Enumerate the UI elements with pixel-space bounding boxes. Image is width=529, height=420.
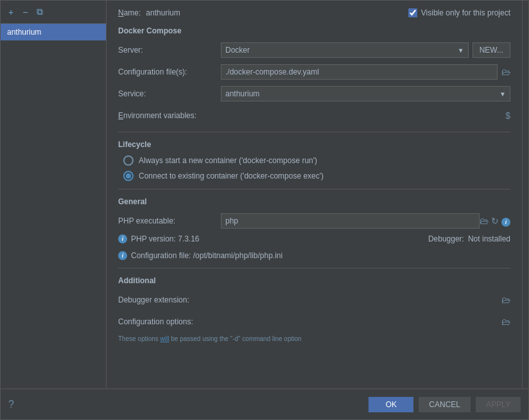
debugger-value: Not installed — [468, 234, 510, 243]
php-exe-actions: 🗁 ↻ i — [480, 216, 510, 227]
server-label: Server: — [118, 46, 221, 55]
config-files-value: ./docker-compose.dev.yaml — [225, 67, 319, 76]
service-select[interactable]: anthurium ▼ — [221, 86, 510, 101]
additional-divider — [118, 268, 510, 268]
copy-config-button[interactable]: ⧉ — [34, 5, 46, 19]
lifecycle-radio2[interactable] — [123, 171, 134, 181]
config-options-folder-button[interactable]: 🗁 — [501, 317, 510, 327]
config-options-label: Configuration options: — [118, 317, 221, 326]
dialog: + − ⧉ anthurium Name: anthurium Visible … — [0, 0, 529, 420]
server-select[interactable]: Docker ▼ — [221, 42, 469, 58]
general-section-header: General — [118, 197, 510, 206]
footer-left: ? — [8, 399, 14, 410]
lifecycle-section-header: Lifecycle — [118, 140, 510, 149]
header-row: Name: anthurium Visible only for this pr… — [118, 8, 510, 17]
add-config-button[interactable]: + — [6, 6, 16, 19]
env-vars-row: Environment variables: $ — [118, 107, 510, 124]
config-files-folder-button[interactable]: 🗁 — [501, 67, 510, 77]
sidebar-item-anthurium[interactable]: anthurium — [1, 24, 106, 40]
php-refresh-button[interactable]: ↻ — [491, 216, 499, 227]
lifecycle-option1[interactable]: Always start a new container ('docker-co… — [123, 155, 510, 166]
config-options-input[interactable] — [221, 314, 498, 329]
general-divider — [118, 189, 510, 189]
sidebar: + − ⧉ anthurium — [1, 1, 107, 389]
server-dropdown-arrow: ▼ — [458, 47, 464, 54]
config-file-info: i Configuration file: /opt/bitnami/php/l… — [118, 251, 510, 260]
lifecycle-radio1[interactable] — [123, 155, 134, 166]
debugger-label: Debugger: — [428, 234, 464, 243]
php-info-button[interactable]: i — [501, 216, 510, 227]
php-version-text: PHP version: 7.3.16 — [131, 234, 200, 243]
php-folder-button[interactable]: 🗁 — [480, 216, 489, 227]
remove-config-button[interactable]: − — [20, 6, 30, 19]
dialog-footer: ? OK CANCEL APPLY — [1, 389, 528, 419]
server-row: Server: Docker ▼ NEW... — [118, 42, 510, 58]
hint-text: These options will be passed using the "… — [118, 335, 510, 342]
additional-section-header: Additional — [118, 276, 510, 285]
visible-checkbox-row: Visible only for this project — [408, 8, 510, 17]
main-content: Name: anthurium Visible only for this pr… — [107, 1, 522, 389]
config-file-text: Configuration file: /opt/bitnami/php/lib… — [131, 251, 282, 260]
visible-checkbox[interactable] — [408, 8, 417, 17]
name-value: anthurium — [146, 8, 180, 17]
config-options-row: Configuration options: 🗁 — [118, 313, 510, 330]
debugger-ext-input[interactable] — [221, 292, 498, 308]
php-exe-label: PHP executable: — [118, 216, 221, 225]
env-vars-label: Environment variables: — [118, 111, 221, 120]
server-value: Docker — [225, 46, 250, 55]
env-vars-icon: $ — [505, 110, 510, 121]
service-row: Service: anthurium ▼ — [118, 85, 510, 102]
config-file-info-icon: i — [118, 251, 127, 260]
lifecycle-divider — [118, 132, 510, 132]
scrollbar-track[interactable] — [522, 1, 528, 389]
help-button[interactable]: ? — [8, 399, 14, 410]
debugger-status: Debugger: Not installed — [428, 234, 510, 243]
service-label: Service: — [118, 89, 221, 98]
php-version-info-icon: i — [118, 234, 127, 243]
config-files-input[interactable]: ./docker-compose.dev.yaml — [221, 64, 498, 80]
debugger-ext-label: Debugger extension: — [118, 295, 221, 304]
php-exe-value: php — [225, 216, 238, 225]
new-server-button[interactable]: NEW... — [473, 42, 510, 58]
php-exe-row: PHP executable: php 🗁 ↻ i — [118, 213, 510, 229]
dialog-body: + − ⧉ anthurium Name: anthurium Visible … — [1, 1, 528, 389]
lifecycle-option2[interactable]: Connect to existing container ('docker-c… — [123, 171, 510, 181]
lifecycle-option2-label: Connect to existing container ('docker-c… — [139, 171, 324, 180]
name-label: Name: — [118, 8, 141, 17]
sidebar-toolbar: + − ⧉ — [1, 1, 106, 24]
ok-button[interactable]: OK — [369, 397, 413, 412]
visible-label: Visible only for this project — [421, 8, 510, 17]
php-exe-input[interactable]: php — [221, 213, 480, 229]
php-version-debugger-row: i PHP version: 7.3.16 Debugger: Not inst… — [118, 234, 510, 247]
php-version-info: i PHP version: 7.3.16 — [118, 234, 200, 243]
service-dropdown-arrow: ▼ — [499, 91, 506, 98]
config-files-label: Configuration file(s): — [118, 67, 221, 76]
lifecycle-option1-label: Always start a new container ('docker-co… — [139, 156, 317, 165]
apply-button[interactable]: APPLY — [476, 397, 521, 412]
debugger-ext-row: Debugger extension: 🗁 — [118, 292, 510, 308]
config-files-row: Configuration file(s): ./docker-compose.… — [118, 64, 510, 80]
cancel-button[interactable]: CANCEL — [419, 397, 471, 412]
service-value: anthurium — [225, 89, 259, 98]
env-vars-input[interactable] — [221, 108, 501, 123]
debugger-ext-folder-button[interactable]: 🗁 — [501, 295, 510, 305]
name-row: Name: anthurium — [118, 8, 180, 17]
docker-compose-section-header: Docker Compose — [118, 26, 510, 35]
hint-will-text: will — [160, 335, 169, 342]
php-info-icon: i — [501, 218, 510, 227]
